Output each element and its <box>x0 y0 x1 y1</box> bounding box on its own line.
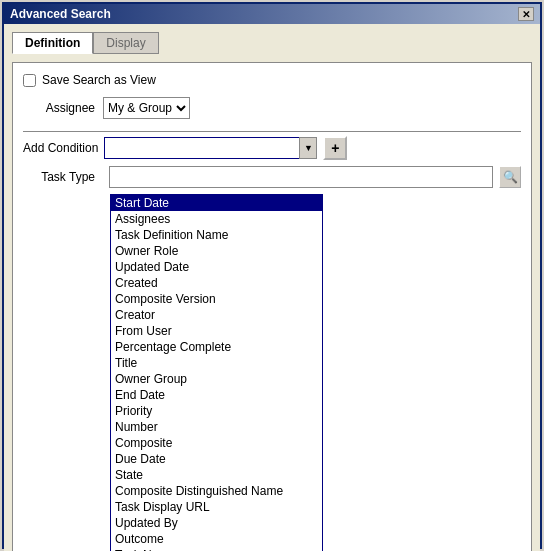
list-item[interactable]: Title <box>111 355 322 371</box>
assignee-label: Assignee <box>23 101 103 115</box>
window-title: Advanced Search <box>10 7 111 21</box>
list-item[interactable]: Task Namespace <box>111 547 322 551</box>
list-item[interactable]: Due Date <box>111 451 322 467</box>
list-item[interactable]: Percentage Complete <box>111 339 322 355</box>
tab-display[interactable]: Display <box>93 32 158 54</box>
list-item[interactable]: Task Definition Name <box>111 227 322 243</box>
list-item[interactable]: Outcome <box>111 531 322 547</box>
condition-dropdown-btn[interactable]: ▼ <box>299 137 317 159</box>
magnifier-icon: 🔍 <box>503 170 518 184</box>
list-item[interactable]: Creator <box>111 307 322 323</box>
list-item[interactable]: State <box>111 467 322 483</box>
separator <box>23 131 521 132</box>
save-search-row: Save Search as View <box>23 73 521 87</box>
list-item[interactable]: Owner Group <box>111 371 322 387</box>
save-search-label: Save Search as View <box>42 73 156 87</box>
list-item[interactable]: Start Date <box>111 195 322 211</box>
assignee-row: Assignee My & Group <box>23 97 521 119</box>
assignee-dropdown[interactable]: My & Group <box>103 97 190 119</box>
list-item[interactable]: From User <box>111 323 322 339</box>
inner-content: Save Search as View Assignee My & Group … <box>23 73 521 551</box>
list-item[interactable]: Priority <box>111 403 322 419</box>
list-item[interactable]: Composite Distinguished Name <box>111 483 322 499</box>
list-item[interactable]: Task Display URL <box>111 499 322 515</box>
add-condition-row: Add Condition Start Date ▼ + <box>23 136 521 160</box>
task-type-row: Task Type 🔍 <box>23 166 521 188</box>
list-item[interactable]: Assignees <box>111 211 322 227</box>
content-area: Save Search as View Assignee My & Group … <box>12 62 532 551</box>
list-item[interactable]: Created <box>111 275 322 291</box>
list-item[interactable]: End Date <box>111 387 322 403</box>
dropdown-list-container: Start DateAssigneesTask Definition NameO… <box>110 194 323 551</box>
condition-select-wrapper: Start Date ▼ <box>104 137 317 159</box>
add-condition-label: Add Condition <box>23 141 98 155</box>
advanced-search-window: Advanced Search ✕ Definition Display Sav… <box>2 2 542 549</box>
task-type-search-button[interactable]: 🔍 <box>499 166 521 188</box>
list-item[interactable]: Updated Date <box>111 259 322 275</box>
list-item[interactable]: Owner Role <box>111 243 322 259</box>
tab-definition[interactable]: Definition <box>12 32 93 54</box>
close-button[interactable]: ✕ <box>518 7 534 21</box>
add-condition-button[interactable]: + <box>323 136 347 160</box>
title-bar: Advanced Search ✕ <box>4 4 540 24</box>
save-search-checkbox[interactable] <box>23 74 36 87</box>
window-body: Definition Display Save Search as View A… <box>4 24 540 551</box>
task-type-input[interactable] <box>109 166 493 188</box>
list-item[interactable]: Number <box>111 419 322 435</box>
list-item[interactable]: Composite <box>111 435 322 451</box>
task-type-label: Task Type <box>23 170 103 184</box>
assignee-select-wrapper: My & Group <box>103 97 190 119</box>
condition-text-input[interactable]: Start Date <box>104 137 299 159</box>
dropdown-list[interactable]: Start DateAssigneesTask Definition NameO… <box>110 194 323 551</box>
list-item[interactable]: Updated By <box>111 515 322 531</box>
tabs-container: Definition Display <box>12 32 532 54</box>
list-item[interactable]: Composite Version <box>111 291 322 307</box>
